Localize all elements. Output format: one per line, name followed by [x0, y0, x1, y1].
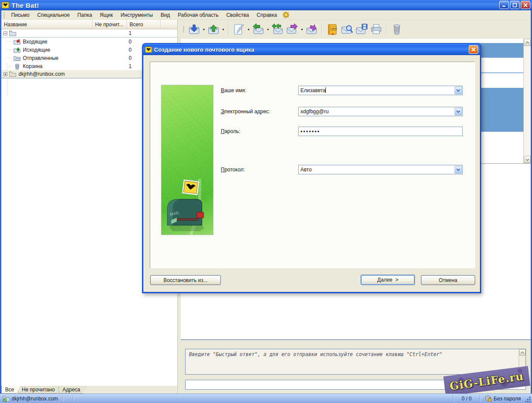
column-header-unread[interactable]: Не прочит... — [93, 20, 127, 29]
receive-mail-icon — [188, 23, 201, 36]
scroll-down-button[interactable] — [524, 156, 531, 163]
resize-grip[interactable] — [525, 396, 531, 402]
folder-columns-header: Название Не прочит... Всего — [1, 20, 177, 29]
receive-mail-button[interactable] — [187, 22, 201, 37]
tree-row-root[interactable]: 1 — [1, 29, 177, 37]
cancel-button[interactable]: Отмена — [421, 275, 475, 285]
tab-addresses[interactable]: Адреса — [59, 386, 87, 394]
password-field[interactable]: ••••••• — [298, 127, 463, 136]
close-icon — [523, 3, 528, 7]
main-window: The Bat! Письмо Специальное Папка Ящик И… — [0, 0, 532, 403]
menubar-drag-handle[interactable] — [3, 12, 5, 18]
address-book-button[interactable]: abc — [325, 22, 340, 37]
send-mail-icon — [207, 23, 220, 36]
save-message-button[interactable] — [354, 22, 369, 37]
next-button[interactable]: Далее > — [361, 275, 415, 285]
folder-name: Корзина — [23, 63, 43, 69]
tab-unread[interactable]: Не прочитано — [18, 386, 62, 394]
text-caret — [325, 87, 326, 93]
send-mail-button[interactable] — [206, 22, 221, 37]
mailbox-banner-image: MAIL — [161, 85, 213, 235]
protocol-combobox[interactable]: Авто — [298, 165, 463, 174]
chevron-down-icon — [456, 110, 460, 113]
inbox-icon — [13, 39, 21, 45]
print-icon — [370, 23, 383, 36]
gear-icon[interactable] — [282, 11, 290, 19]
account-folder-status-icon — [3, 395, 10, 402]
menu-tools[interactable]: Инструменты — [117, 11, 157, 19]
minimize-button[interactable] — [499, 1, 509, 9]
minimize-icon — [502, 3, 506, 7]
menu-mailbox[interactable]: Ящик — [96, 11, 117, 19]
message-list-scrollbar[interactable] — [523, 39, 531, 163]
menu-workspace[interactable]: Рабочая область — [174, 11, 223, 19]
collapse-icon[interactable] — [3, 31, 7, 35]
folder-tabs: Все Не прочитано Адреса — [1, 386, 178, 394]
password-value: ••••••• — [300, 128, 320, 135]
email-dropdown-button[interactable] — [455, 108, 462, 115]
reply-icon — [252, 23, 265, 36]
receive-mail-dropdown[interactable] — [201, 22, 206, 37]
reply-button[interactable] — [251, 22, 266, 37]
dialog-close-button[interactable] — [469, 45, 478, 54]
redirect-button[interactable] — [304, 22, 319, 37]
restore-from-button[interactable]: Восстановить из... — [150, 275, 221, 285]
toolbar-separator — [228, 23, 229, 36]
menu-bar: Письмо Специальное Папка Ящик Инструмент… — [1, 10, 531, 20]
new-message-button[interactable] — [232, 22, 246, 37]
folder-name: Исходящие — [23, 47, 50, 53]
status-message-counter: 0 / 0 — [455, 396, 478, 402]
toolbar-drag-handle[interactable] — [183, 26, 184, 32]
maximize-button[interactable] — [510, 1, 520, 9]
menu-view[interactable]: Вид — [157, 11, 174, 19]
menu-folder[interactable]: Папка — [74, 11, 96, 19]
maximize-icon — [513, 3, 517, 7]
new-message-icon — [232, 23, 245, 36]
name-label: Ваше имя: — [221, 87, 294, 93]
send-mail-dropdown[interactable] — [221, 22, 226, 37]
menu-properties[interactable]: Свойства — [223, 11, 253, 19]
status-password-mode: Без пароля — [494, 396, 521, 402]
name-combobox[interactable]: Елизавета — [298, 86, 463, 95]
forward-dropdown[interactable] — [300, 22, 304, 37]
close-button[interactable] — [521, 1, 530, 9]
column-header-name[interactable]: Название — [1, 20, 93, 29]
menu-letter[interactable]: Письмо — [7, 11, 34, 19]
status-separator — [453, 395, 454, 402]
chevron-up-icon — [520, 351, 524, 354]
folder-icon — [9, 30, 16, 36]
window-border-left — [0, 10, 1, 403]
delete-message-button[interactable] — [390, 22, 404, 37]
menu-help[interactable]: Справка — [253, 11, 281, 19]
new-message-dropdown[interactable] — [246, 22, 251, 37]
dialog-bat-icon — [145, 46, 152, 53]
email-combobox[interactable]: xdgfbgg@ru — [298, 107, 463, 116]
column-header-total[interactable]: Всего — [127, 20, 161, 29]
trash-icon — [13, 63, 21, 69]
titlebar: The Bat! — [0, 0, 532, 10]
reply-all-button[interactable] — [270, 22, 285, 37]
chevron-up-icon — [526, 41, 529, 44]
name-dropdown-button[interactable] — [455, 87, 462, 94]
account-name: dkjrhh@runbox.com — [19, 71, 65, 77]
forward-button[interactable] — [285, 22, 300, 37]
menu-special[interactable]: Специальное — [34, 11, 74, 19]
folder-name: Входящие — [23, 39, 47, 45]
quick-reply-textarea[interactable]: Введите "Быстрый ответ", а для его отпра… — [185, 349, 526, 375]
tab-all[interactable]: Все — [1, 386, 21, 394]
protocol-dropdown-button[interactable] — [455, 166, 462, 174]
print-button[interactable] — [369, 22, 384, 37]
scroll-up-button[interactable] — [524, 39, 531, 46]
redirect-icon — [305, 23, 318, 36]
scroll-up-button[interactable] — [519, 349, 526, 356]
email-value: xdgfbgg@ru — [300, 108, 329, 115]
quick-reply-hint: Введите "Быстрый ответ", а для его отпра… — [189, 351, 515, 357]
search-messages-button[interactable] — [340, 22, 354, 37]
status-separator — [73, 395, 74, 402]
expand-icon[interactable] — [3, 72, 7, 76]
toolbar-separator — [386, 23, 387, 36]
window-title: The Bat! — [12, 2, 39, 9]
reply-dropdown[interactable] — [266, 22, 270, 37]
folder-name: Отправленные — [23, 55, 59, 61]
toolbar-separator — [322, 23, 322, 36]
